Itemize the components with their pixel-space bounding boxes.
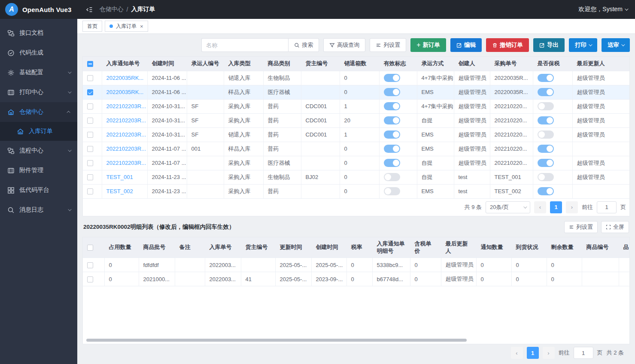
- table-row[interactable]: 2022102203R...2024-11-07 ...采购入库医疗器械0自提超…: [83, 156, 629, 170]
- table-row[interactable]: 20220035RK...2024-11-06 ...销退入库生物制品04+7集…: [83, 71, 629, 85]
- new-order-button[interactable]: + 新订单: [410, 38, 446, 52]
- row-checkbox[interactable]: [87, 75, 93, 81]
- sidebar-item-代码生成[interactable]: 代码生成: [0, 43, 77, 63]
- notice_no-link[interactable]: 20220035RK...: [106, 75, 144, 81]
- approve-button[interactable]: 送审: [602, 38, 630, 52]
- column-header[interactable]: 含税单价: [410, 237, 441, 258]
- bonded-toggle[interactable]: [538, 187, 554, 195]
- sidebar-item-仓储中心[interactable]: 仓储中心: [0, 102, 77, 122]
- column-settings-button[interactable]: 列设置: [370, 38, 406, 52]
- valid-toggle[interactable]: [384, 173, 400, 181]
- row-checkbox[interactable]: [87, 174, 93, 180]
- notice_no-link[interactable]: TEST_002: [106, 188, 133, 194]
- row-checkbox[interactable]: [87, 160, 93, 166]
- tab-close-icon[interactable]: ×: [140, 23, 143, 30]
- valid-toggle[interactable]: [384, 130, 400, 139]
- sidebar-subitem-入库订单[interactable]: 入库订单: [0, 122, 77, 141]
- table-row[interactable]: 2022102203R...2024-10-31...SF采购入库普药CDC00…: [83, 99, 629, 113]
- page-size-select[interactable]: 20条/页: [486, 201, 530, 213]
- column-header[interactable]: 承运人编号: [187, 57, 224, 71]
- print-button[interactable]: 打印: [569, 38, 597, 52]
- notice_no-link[interactable]: 2022102203R...: [106, 160, 146, 166]
- notice_no-link[interactable]: 20220035RK...: [106, 89, 144, 95]
- valid-toggle[interactable]: [384, 74, 400, 82]
- table-row[interactable]: TEST_0022024-11-23 ...采购入库普药0EMStestTEST…: [83, 184, 629, 198]
- table-row[interactable]: 0fdfdfdf2022003...2025-05-...2025-05-...…: [83, 258, 629, 272]
- column-header[interactable]: 创建人: [454, 57, 490, 71]
- sidebar-item-基础配置[interactable]: 基础配置: [0, 63, 77, 82]
- column-header[interactable]: 入库单号: [205, 237, 241, 258]
- row-checkbox[interactable]: [87, 276, 93, 282]
- row-checkbox[interactable]: [87, 89, 93, 95]
- fullscreen-button[interactable]: 全屏: [601, 221, 629, 233]
- select-all-checkbox[interactable]: [87, 245, 93, 251]
- tab-home[interactable]: 首页: [82, 21, 102, 32]
- column-header[interactable]: 货主编号: [301, 57, 340, 71]
- column-header[interactable]: 承运方式: [417, 57, 454, 71]
- cancel-order-button[interactable]: 撤销订单: [486, 38, 529, 52]
- bonded-toggle[interactable]: [538, 88, 554, 96]
- valid-toggle[interactable]: [384, 187, 400, 195]
- search-button[interactable]: 搜索: [288, 38, 319, 52]
- column-header[interactable]: 品: [619, 237, 629, 258]
- column-header[interactable]: 最后更新人: [572, 57, 629, 71]
- column-header[interactable]: 剩余数量: [547, 237, 582, 258]
- edit-button[interactable]: 编辑: [450, 38, 482, 52]
- row-checkbox[interactable]: [87, 103, 93, 109]
- row-checkbox[interactable]: [87, 188, 93, 194]
- column-header[interactable]: 更新时间: [275, 237, 311, 258]
- column-header[interactable]: 备注: [175, 237, 205, 258]
- bonded-toggle[interactable]: [538, 102, 554, 110]
- column-header[interactable]: 入库类型: [224, 57, 263, 71]
- valid-toggle[interactable]: [384, 159, 400, 167]
- detail-next-page-button[interactable]: ›: [543, 347, 555, 359]
- column-header[interactable]: 销退箱数: [340, 57, 379, 71]
- collapse-sidebar-icon[interactable]: [85, 6, 93, 13]
- column-header[interactable]: 创建时间: [147, 57, 187, 71]
- column-header[interactable]: 入库通知单号: [102, 57, 147, 71]
- bonded-toggle[interactable]: [538, 116, 554, 124]
- column-header[interactable]: 税率: [346, 237, 372, 258]
- column-header[interactable]: 通知数量: [476, 237, 511, 258]
- table-row[interactable]: TEST_0012024-11-23 ...采购入库生物制品BJ020自提tes…: [83, 170, 629, 184]
- advanced-query-button[interactable]: 高级查询: [323, 38, 365, 52]
- valid-toggle[interactable]: [384, 116, 400, 124]
- table-row[interactable]: 2022102203R...2024-11-07 ...001样品入库普药0EM…: [83, 142, 629, 156]
- prev-page-button[interactable]: ‹: [534, 201, 546, 213]
- bonded-toggle[interactable]: [538, 130, 554, 139]
- detail-goto-page-input[interactable]: [574, 347, 593, 359]
- detail-page-1-button[interactable]: 1: [527, 347, 539, 359]
- bonded-toggle[interactable]: [538, 145, 554, 153]
- table-row[interactable]: 20220035RK...2024-11-06 ...样品入库医疗器械0EMS超…: [83, 85, 629, 99]
- breadcrumb-parent[interactable]: 仓储中心: [100, 6, 124, 13]
- bonded-toggle[interactable]: [538, 173, 554, 181]
- notice_no-link[interactable]: 2022102203R...: [106, 117, 146, 124]
- row-checkbox[interactable]: [87, 118, 93, 124]
- table-row[interactable]: 2022102203R...2024-10-31...SF采购入库普药CDC00…: [83, 113, 629, 127]
- row-checkbox[interactable]: [87, 132, 93, 138]
- column-header[interactable]: 占用数量: [104, 237, 139, 258]
- bonded-toggle[interactable]: [538, 74, 554, 82]
- column-header[interactable]: 入库通知单明细号: [372, 237, 410, 258]
- valid-toggle[interactable]: [384, 145, 400, 153]
- detail-column-settings-button[interactable]: 列设置: [564, 221, 598, 233]
- notice_no-link[interactable]: 2022102203R...: [106, 103, 146, 109]
- column-header[interactable]: 货主编号: [241, 237, 275, 258]
- column-header[interactable]: 商品批号: [139, 237, 175, 258]
- sidebar-item-附件管理[interactable]: 附件管理: [0, 161, 77, 180]
- column-header[interactable]: 最后更新人: [441, 237, 476, 258]
- search-input[interactable]: [201, 38, 288, 52]
- table-row[interactable]: 2022102203R...2024-10-31...SF销退入库普药CDC00…: [83, 127, 629, 142]
- valid-toggle[interactable]: [384, 88, 400, 96]
- export-button[interactable]: 导出: [533, 38, 565, 52]
- select-all-checkbox[interactable]: [87, 61, 93, 67]
- scrollbar-thumb[interactable]: [86, 339, 467, 342]
- bonded-toggle[interactable]: [538, 159, 554, 167]
- column-header[interactable]: 创建时间: [311, 237, 346, 258]
- next-page-button[interactable]: ›: [566, 201, 578, 213]
- sidebar-item-接口文档[interactable]: 接口文档: [0, 23, 77, 43]
- tab-inbound-order[interactable]: 入库订单 ×: [105, 21, 148, 32]
- column-header[interactable]: 是否保税: [533, 57, 572, 71]
- column-header[interactable]: 到货状况: [511, 237, 547, 258]
- valid-toggle[interactable]: [384, 102, 400, 110]
